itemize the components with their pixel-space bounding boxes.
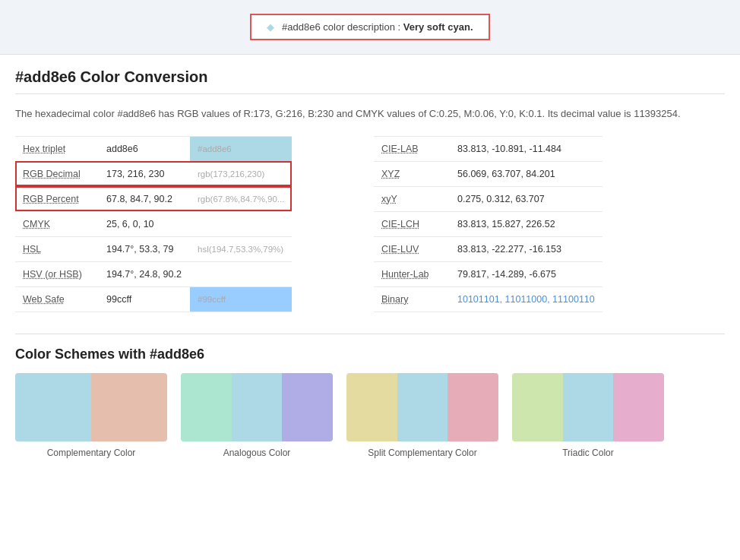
left-table-label: HSV (or HSB) [15,261,99,286]
scheme-item[interactable]: Analogous Color [181,373,333,458]
scheme-swatch [512,373,664,441]
main-content: #add8e6 Color Conversion The hexadecimal… [0,55,740,472]
scheme-label: Split Complementary Color [368,448,476,458]
swatch-color [563,373,614,441]
scheme-label: Analogous Color [223,448,291,458]
right-table-label: CIE-LCH [374,211,450,236]
swatch-color [282,373,333,441]
right-table-wrapper: CIE-LAB83.813, -10.891, -11.484XYZ56.069… [374,136,725,312]
right-table-value: 83.813, -10.891, -11.484 [450,136,602,161]
swatch-color [397,373,448,441]
left-table-preview: #add8e6 [190,136,292,161]
color-schemes: Complementary ColorAnalogous ColorSplit … [15,373,725,458]
swatch-color [613,373,664,441]
color-desc-text: #add8e6 color description : [282,21,403,33]
section-divider [15,93,725,94]
left-table-value: 194.7°, 24.8, 90.2 [99,261,190,286]
right-table-label: CIE-LUV [374,236,450,261]
right-table-label: xyY [374,186,450,211]
right-table-value: 83.813, -22.277, -16.153 [450,236,602,261]
right-table-label: Binary [374,286,450,312]
conversion-title: #add8e6 Color Conversion [15,68,725,86]
swatch-color [447,373,498,441]
right-table-label: XYZ [374,161,450,186]
swatch-color [512,373,563,441]
right-table-value: 79.817, -14.289, -6.675 [450,261,602,286]
right-table-value: 10101101, 11011000, 11100110 [450,286,602,312]
left-table-preview: rgb(67.8%,84.7%,90... [190,186,292,211]
color-description-box: ◆ #add8e6 color description : Very soft … [250,14,489,40]
scheme-item[interactable]: Complementary Color [15,373,167,458]
left-table-label: Web Safe [15,286,99,312]
scheme-swatch [15,373,167,441]
swatch-color [15,373,91,441]
left-table-preview [190,261,292,286]
left-table-preview: rgb(173,216,230) [190,161,292,186]
left-table-label: RGB Decimal [15,161,99,186]
right-table-value: 83.813, 15.827, 226.52 [450,211,602,236]
scheme-swatch [181,373,333,441]
left-table-preview [190,211,292,236]
scheme-item[interactable]: Triadic Color [512,373,664,458]
right-table-value: 56.069, 63.707, 84.201 [450,161,602,186]
left-table-preview: #99ccff [190,286,292,312]
scheme-swatch [346,373,498,441]
schemes-divider [15,334,725,334]
right-table: CIE-LAB83.813, -10.891, -11.484XYZ56.069… [374,136,602,312]
left-table-label: RGB Percent [15,186,99,211]
swatch-color [181,373,232,441]
scheme-label: Complementary Color [47,448,136,458]
scheme-label: Triadic Color [562,448,614,458]
left-table-value: 25, 6, 0, 10 [99,211,190,236]
right-table-label: CIE-LAB [374,136,450,161]
swatch-color [232,373,283,441]
left-table-value: 194.7°, 53.3, 79 [99,236,190,261]
swatch-color [346,373,397,441]
color-dot: ◆ [267,21,274,33]
swatch-color [91,373,167,441]
left-table-label: Hex triplet [15,136,99,161]
color-desc-value: Very soft cyan. [403,21,473,33]
left-table-value: 173, 216, 230 [99,161,190,186]
tables-wrapper: Hex tripletadd8e6#add8e6RGB Decimal173, … [15,136,725,312]
schemes-title: Color Schemes with #add8e6 [15,346,725,362]
left-table-value: add8e6 [99,136,190,161]
left-table-value: 99ccff [99,286,190,312]
left-table-label: CMYK [15,211,99,236]
right-table-label: Hunter-Lab [374,261,450,286]
left-table-value: 67.8, 84.7, 90.2 [99,186,190,211]
right-table-value: 0.275, 0.312, 63.707 [450,186,602,211]
left-table: Hex tripletadd8e6#add8e6RGB Decimal173, … [15,136,292,312]
left-table-label: HSL [15,236,99,261]
conversion-description: The hexadecimal color #add8e6 has RGB va… [15,106,725,122]
left-table-preview: hsl(194.7,53.3%,79%) [190,236,292,261]
top-banner: ◆ #add8e6 color description : Very soft … [0,0,740,55]
left-table-wrapper: Hex tripletadd8e6#add8e6RGB Decimal173, … [15,136,366,312]
scheme-item[interactable]: Split Complementary Color [346,373,498,458]
